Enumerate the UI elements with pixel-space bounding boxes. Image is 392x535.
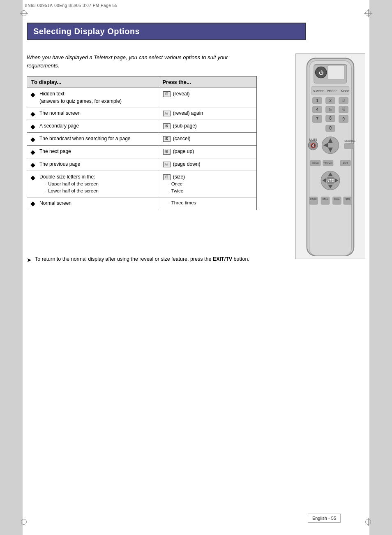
page-footer: English - 55 (308, 514, 341, 523)
svg-text:S.MODE: S.MODE (313, 90, 324, 93)
diamond-bullet (30, 150, 35, 155)
button-icon: ⊠ (163, 136, 171, 142)
press-cell: ·Three times (158, 197, 257, 210)
press-text: (size) (173, 174, 185, 180)
press-cell: ⊟ (reveal) (158, 88, 257, 107)
svg-rect-38 (344, 144, 354, 149)
table-row: The next page ⊟ (page up) (27, 146, 257, 158)
table-row: The previous page ⊟ (page down) (27, 158, 257, 171)
col-header-display: To display... (27, 76, 158, 88)
svg-text:SOURCE: SOURCE (344, 139, 355, 142)
svg-text:TTX/MIX: TTX/MIX (323, 162, 333, 164)
display-cell: Double-size letters in the: ·Upper half … (27, 171, 158, 197)
note-section: ➤ To return to the normal display after … (27, 255, 257, 264)
display-text: The previous page (39, 160, 80, 168)
svg-text:DUAL: DUAL (334, 198, 340, 200)
diamond-bullet (30, 125, 35, 129)
note-bold: EXIT/TV (213, 256, 232, 262)
title-banner: Selecting Display Options (27, 23, 306, 40)
intro-text: When you have displayed a Teletext page,… (27, 53, 257, 69)
options-table: To display... Press the... Hidden text (… (27, 76, 257, 210)
svg-text:PMODE: PMODE (327, 90, 338, 93)
svg-text:8: 8 (329, 116, 332, 120)
button-icon: ⊟ (163, 162, 171, 167)
svg-text:7: 7 (316, 117, 318, 121)
main-content: Selecting Display Options When you have … (23, 0, 369, 535)
display-text: The normal screen (39, 109, 81, 117)
display-cell: The normal screen (27, 107, 158, 120)
press-text: (cancel) (173, 136, 191, 141)
display-cell: Normal screen (27, 197, 158, 210)
press-subitem: Twice (171, 188, 183, 193)
table-row: The normal screen ⊟ (reveal) again (27, 107, 257, 120)
diamond-bullet (30, 112, 35, 116)
svg-text:MODE: MODE (341, 90, 350, 93)
display-text: Hidden text (39, 91, 65, 97)
svg-text:3: 3 (342, 98, 345, 103)
display-cell: The previous page (27, 158, 158, 171)
svg-text:6: 6 (342, 107, 345, 112)
display-cell: The broadcast when searching for a page (27, 133, 158, 146)
svg-text:STILL: STILL (323, 198, 328, 200)
svg-text:1: 1 (316, 98, 318, 103)
display-cell: Hidden text (answers to quiz games, for … (27, 88, 158, 107)
diamond-bullet (30, 176, 35, 180)
display-subitem: Lower half of the screen (48, 188, 99, 193)
press-text: (reveal) (173, 91, 190, 97)
right-margin-bar (369, 0, 392, 535)
svg-text:🔇: 🔇 (310, 143, 316, 148)
page-title: Selecting Display Options (33, 27, 300, 36)
note-arrow-icon: ➤ (27, 255, 32, 264)
svg-text:5: 5 (329, 107, 332, 112)
col-header-press: Press the... (158, 76, 257, 88)
press-text: (page down) (173, 161, 201, 167)
display-subitem: Upper half of the screen (48, 181, 99, 186)
diamond-bullet (30, 93, 35, 97)
remote-control-image: ⏻ S.MODE PMODE MODE 1 2 3 4 5 6 (295, 53, 365, 259)
svg-text:EXIT: EXIT (343, 162, 348, 164)
diamond-bullet (30, 202, 35, 206)
display-text: A secondary page (39, 122, 79, 130)
footer-label: English - 55 (312, 516, 336, 521)
display-text: Double-size letters in the: (39, 174, 95, 180)
press-cell: ⊠ (cancel) (158, 133, 257, 146)
diamond-bullet (30, 163, 35, 167)
table-row: A secondary page ⊠ (sub-page) (27, 120, 257, 133)
svg-text:0: 0 (329, 126, 332, 130)
button-icon: ⊟ (163, 91, 171, 97)
table-row: Hidden text (answers to quiz games, for … (27, 88, 257, 107)
display-cell: The next page (27, 146, 158, 158)
table-row: Normal screen ·Three times (27, 197, 257, 210)
press-cell: ⊠ (sub-page) (158, 120, 257, 133)
svg-text:P.SIZE: P.SIZE (310, 198, 317, 200)
press-cell: ⊟ (page up) (158, 146, 257, 158)
svg-text:2: 2 (329, 98, 332, 103)
button-icon: ⊟ (163, 149, 171, 155)
remote-svg: ⏻ S.MODE PMODE MODE 1 2 3 4 5 6 (297, 56, 363, 259)
svg-text:⏻: ⏻ (319, 70, 323, 75)
display-subtext: (answers to quiz games, for example) (39, 98, 122, 104)
press-subitem: Once (171, 181, 183, 186)
note-text: To return to the normal display after us… (35, 255, 249, 263)
svg-text:4: 4 (316, 107, 318, 112)
table-row: Double-size letters in the: ·Upper half … (27, 171, 257, 197)
button-icon: ⊠ (163, 123, 171, 129)
press-cell: ⊟ (page down) (158, 158, 257, 171)
press-cell: ⊟ (size) ·Once ·Twice (158, 171, 257, 197)
press-cell: ⊟ (reveal) again (158, 107, 257, 120)
press-text: (page up) (173, 148, 194, 154)
svg-text:SRS: SRS (346, 198, 350, 200)
press-text: (sub-page) (173, 123, 197, 129)
press-text: Three times (171, 200, 196, 205)
table-row: The broadcast when searching for a page … (27, 133, 257, 146)
diamond-bullet (30, 137, 35, 142)
display-text: The next page (39, 148, 71, 155)
press-text: (reveal) again (173, 110, 203, 116)
display-cell: A secondary page (27, 120, 158, 133)
button-icon: ⊟ (163, 174, 171, 180)
svg-rect-5 (328, 65, 344, 79)
svg-text:9: 9 (342, 117, 345, 121)
left-margin-bar (0, 0, 23, 535)
display-text: Normal screen (39, 199, 71, 207)
svg-text:MENU: MENU (312, 162, 319, 164)
